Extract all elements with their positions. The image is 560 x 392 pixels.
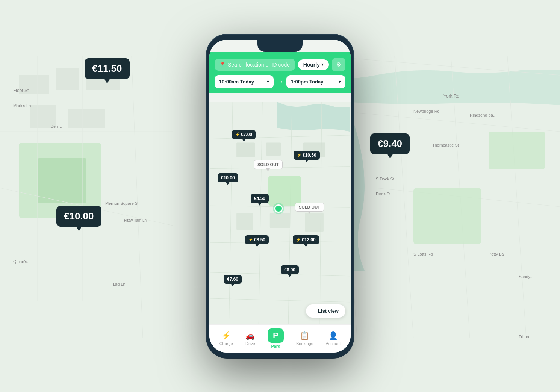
phone-pin-label: €7.60 (227, 277, 238, 282)
phone-pin-10-50[interactable]: ⚡ €10.50 (294, 151, 320, 160)
svg-rect-53 (268, 176, 301, 206)
filter-icon: ⚙ (336, 61, 341, 68)
account-icon: 👤 (328, 331, 338, 340)
charge-icon: ⚡ (221, 331, 231, 340)
phone-pin-sold-out-1[interactable]: SOLD OUT (254, 160, 283, 169)
nav-charge[interactable]: ⚡ Charge (216, 330, 237, 347)
phone-pin-10-00[interactable]: €10.00 (218, 173, 238, 182)
svg-rect-58 (270, 213, 290, 228)
svg-rect-7 (68, 109, 105, 128)
search-row: 📍 Search location or ID code Hourly ▾ ⚙ (215, 58, 345, 71)
svg-rect-59 (305, 213, 324, 232)
svg-rect-2 (38, 158, 86, 203)
svg-text:Quinn's...: Quinn's... (13, 259, 30, 264)
phone-pin-sold-out-2[interactable]: SOLD OUT (295, 203, 324, 212)
svg-text:S Dock St: S Dock St (376, 177, 394, 181)
svg-text:York Rd: York Rd (443, 94, 459, 99)
phone-pin-7-60[interactable]: €7.60 (224, 275, 242, 284)
phone-pin-label: €10.00 (221, 175, 235, 180)
list-icon: ≡ (313, 308, 316, 314)
phone-pin-label: €4.50 (254, 196, 265, 201)
search-input-text: Search location or ID code (228, 62, 290, 68)
svg-text:Doris St: Doris St (376, 192, 390, 196)
phone-pin-4-50[interactable]: €4.50 (251, 194, 269, 203)
drive-icon: 🚗 (245, 331, 255, 340)
time-row: 10:00am Today ▾ → 1:00pm Today ▾ (215, 75, 345, 88)
svg-text:Lad Ln: Lad Ln (113, 282, 126, 286)
to-time-button[interactable]: 1:00pm Today ▾ (286, 75, 345, 88)
map-price-pin-10-00[interactable]: €10.00 (56, 206, 101, 227)
chevron-down-icon: ▾ (321, 62, 324, 67)
hourly-button[interactable]: Hourly ▾ (298, 59, 329, 70)
svg-text:Petty La: Petty La (489, 252, 504, 256)
svg-text:Mark's Ln: Mark's Ln (13, 103, 31, 108)
from-chevron-icon: ▾ (267, 79, 269, 84)
svg-rect-21 (413, 188, 481, 244)
bolt-icon: ⚡ (297, 153, 301, 157)
phone-notch (257, 40, 303, 52)
svg-rect-54 (236, 142, 255, 157)
svg-text:Thorncastle St: Thorncastle St (432, 143, 459, 147)
nav-charge-label: Charge (219, 341, 233, 346)
bookings-icon: 📋 (300, 331, 309, 340)
map-price-pin-11-50[interactable]: €11.50 (85, 58, 130, 79)
phone-pin-label: €8.00 (284, 267, 295, 272)
hourly-label: Hourly (303, 62, 320, 68)
to-time-label: 1:00pm Today (291, 79, 323, 85)
arrow-right-icon: → (277, 78, 283, 86)
location-pin-icon: 📍 (219, 62, 226, 68)
nav-park-active-wrap: P (268, 328, 284, 343)
svg-text:Denr...: Denr... (51, 124, 62, 129)
phone-screen: 📍 Search location or ID code Hourly ▾ ⚙ … (209, 40, 351, 353)
to-chevron-icon: ▾ (339, 79, 341, 84)
sold-out-label: SOLD OUT (257, 162, 279, 167)
nav-account-label: Account (326, 341, 341, 346)
svg-text:Ringsend pa...: Ringsend pa... (470, 113, 496, 117)
nav-drive[interactable]: 🚗 Drive (242, 330, 259, 347)
map-price-pin-9-40[interactable]: €9.40 (370, 133, 410, 154)
phone-pin-label: €12.00 (302, 237, 316, 242)
phone-pin-7-00[interactable]: ⚡ €7.00 (232, 130, 256, 139)
list-view-button[interactable]: ≡ List view (306, 304, 345, 318)
nav-bookings[interactable]: 📋 Bookings (292, 330, 317, 347)
from-time-button[interactable]: 10:00am Today ▾ (215, 75, 274, 88)
phone-pin-label: €8.50 (254, 237, 265, 242)
phone-map[interactable]: ⚡ €7.00 ⚡ €10.50 SOLD OUT €10.00 €4.50 S… (209, 102, 351, 324)
bolt-icon: ⚡ (248, 238, 253, 242)
list-view-label: List view (318, 308, 339, 314)
phone-frame: 📍 Search location or ID code Hourly ▾ ⚙ … (207, 35, 353, 358)
svg-text:S Lotts Rd: S Lotts Rd (413, 252, 433, 256)
phone-pin-8-00[interactable]: €8.00 (281, 265, 299, 274)
svg-text:Triton...: Triton... (519, 334, 533, 339)
search-box[interactable]: 📍 Search location or ID code (215, 59, 295, 71)
svg-rect-55 (266, 142, 281, 156)
phone-header: 📍 Search location or ID code Hourly ▾ ⚙ … (209, 52, 351, 93)
svg-text:Newbridge Rd: Newbridge Rd (413, 109, 440, 114)
nav-bookings-label: Bookings (296, 341, 313, 346)
sold-out-label: SOLD OUT (299, 205, 320, 209)
bolt-icon: ⚡ (235, 132, 240, 136)
svg-rect-4 (56, 68, 79, 90)
svg-rect-57 (236, 213, 253, 230)
nav-account[interactable]: 👤 Account (322, 330, 345, 347)
bottom-navigation: ⚡ Charge 🚗 Drive P Park 📋 Bookings 👤 Acc… (209, 324, 351, 353)
user-location-dot (274, 204, 283, 213)
nav-drive-label: Drive (245, 341, 255, 346)
svg-text:Fleet St: Fleet St (13, 88, 29, 93)
phone-pin-12-00[interactable]: ⚡ €12.00 (293, 235, 319, 244)
filter-button[interactable]: ⚙ (332, 58, 345, 71)
phone-pin-8-50[interactable]: ⚡ €8.50 (245, 235, 269, 244)
svg-text:Fitzwilliam Ln: Fitzwilliam Ln (124, 218, 147, 222)
phone-pin-label: €7.00 (241, 132, 252, 137)
phone-pin-label: €10.50 (303, 153, 316, 158)
nav-park[interactable]: P Park (264, 327, 288, 350)
bolt-icon: ⚡ (296, 238, 301, 242)
svg-rect-22 (489, 132, 545, 169)
nav-park-label: Park (271, 344, 280, 348)
svg-text:Merrion Square S: Merrion Square S (105, 201, 138, 206)
svg-text:Sandy...: Sandy... (519, 274, 534, 279)
from-time-label: 10:00am Today (219, 79, 254, 85)
park-icon: P (273, 331, 278, 340)
